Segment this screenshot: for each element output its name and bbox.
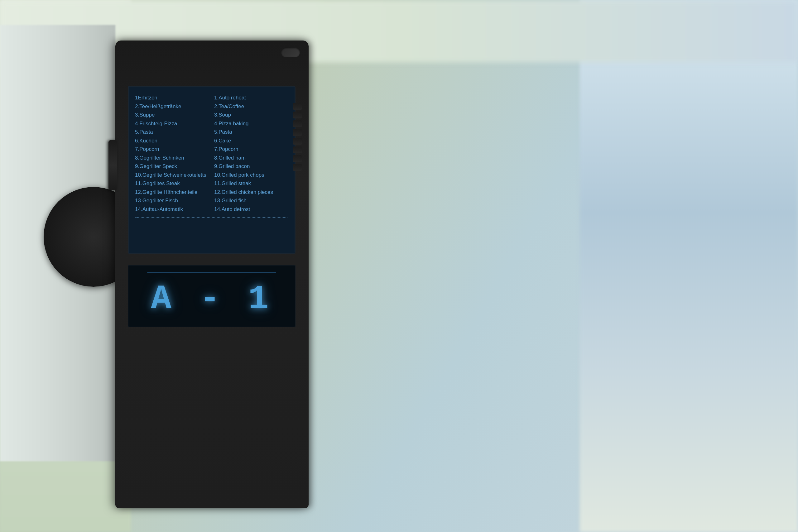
english-menu-item-12[interactable]: 12.Grilled chicken pieces (214, 188, 288, 197)
menu-col-english: 1.Auto reheat2.Tea/Coffee3.Soup4.Pizza b… (212, 94, 288, 213)
english-menu-item-3[interactable]: 3.Soup (214, 111, 288, 119)
control-slot-1[interactable] (293, 103, 302, 110)
control-slot-7[interactable] (293, 155, 302, 162)
screen-content: 1Erhitzen2.Tee/Heißgetränke3.Suppe4.Fris… (129, 87, 294, 253)
microwave-body: 1Erhitzen2.Tee/Heißgetränke3.Suppe4.Fris… (115, 40, 309, 508)
german-menu-item-10[interactable]: 10.Gegrillte Schweinekoteletts (135, 171, 209, 179)
german-menu-item-12[interactable]: 12.Gegrillte Hähnchenteile (135, 188, 209, 197)
english-menu-item-2[interactable]: 2.Tea/Coffee (214, 102, 288, 111)
german-menu-item-14[interactable]: 14.Auftau-Automatik (135, 205, 209, 214)
english-menu-item-7[interactable]: 7.Popcorn (214, 145, 288, 154)
german-menu-item-9[interactable]: 9.Gegrillter Speck (135, 162, 209, 171)
led-divider-line (147, 272, 276, 273)
english-menu-item-8[interactable]: 8.Grilled ham (214, 154, 288, 163)
english-menu-item-11[interactable]: 11.Grilled steak (214, 179, 288, 188)
control-slot-5[interactable] (293, 138, 302, 145)
separator-line (135, 217, 288, 218)
german-menu-item-5[interactable]: 5.Pasta (135, 128, 209, 136)
english-menu-item-13[interactable]: 13.Grilled fish (214, 196, 288, 205)
german-menu-item-11[interactable]: 11.Gegrilltes Steak (135, 179, 209, 188)
menu-columns: 1Erhitzen2.Tee/Heißgetränke3.Suppe4.Fris… (135, 94, 288, 213)
german-menu-item-1[interactable]: 1Erhitzen (135, 94, 209, 102)
control-slot-3[interactable] (293, 120, 302, 127)
english-menu-item-9[interactable]: 9.Grilled bacon (214, 162, 288, 171)
bg-right-panel (580, 0, 798, 532)
menu-col-german: 1Erhitzen2.Tee/Heißgetränke3.Suppe4.Fris… (135, 94, 212, 213)
german-menu-item-13[interactable]: 13.Gegrillter Fisch (135, 196, 209, 205)
control-slot-4[interactable] (293, 129, 302, 136)
german-menu-item-8[interactable]: 8.Gegrillter Schinken (135, 154, 209, 163)
control-slot-6[interactable] (293, 147, 302, 153)
top-sensor-button[interactable] (281, 48, 300, 57)
controls-panel (293, 103, 303, 171)
german-menu-item-6[interactable]: 6.Kuchen (135, 136, 209, 145)
english-menu-item-10[interactable]: 10.Grilled pork chops (214, 171, 288, 179)
control-slot-8[interactable] (293, 164, 302, 171)
german-menu-item-7[interactable]: 7.Popcorn (135, 145, 209, 154)
german-menu-item-3[interactable]: 3.Suppe (135, 111, 209, 119)
german-menu-item-4[interactable]: 4.Frischteig-Pizza (135, 119, 209, 128)
led-display-area: A - 1 (128, 265, 296, 327)
english-menu-item-1[interactable]: 1.Auto reheat (214, 94, 288, 102)
english-menu-item-5[interactable]: 5.Pasta (214, 128, 288, 136)
control-slot-2[interactable] (293, 112, 302, 118)
display-screen: 1Erhitzen2.Tee/Heißgetränke3.Suppe4.Fris… (128, 86, 296, 254)
english-menu-item-6[interactable]: 6.Cake (214, 136, 288, 145)
english-menu-item-14[interactable]: 14.Auto defrost (214, 205, 288, 214)
english-menu-item-4[interactable]: 4.Pizza baking (214, 119, 288, 128)
led-display-text: A - 1 (151, 280, 272, 319)
german-menu-item-2[interactable]: 2.Tee/Heißgetränke (135, 102, 209, 111)
door-handle[interactable] (109, 140, 117, 190)
